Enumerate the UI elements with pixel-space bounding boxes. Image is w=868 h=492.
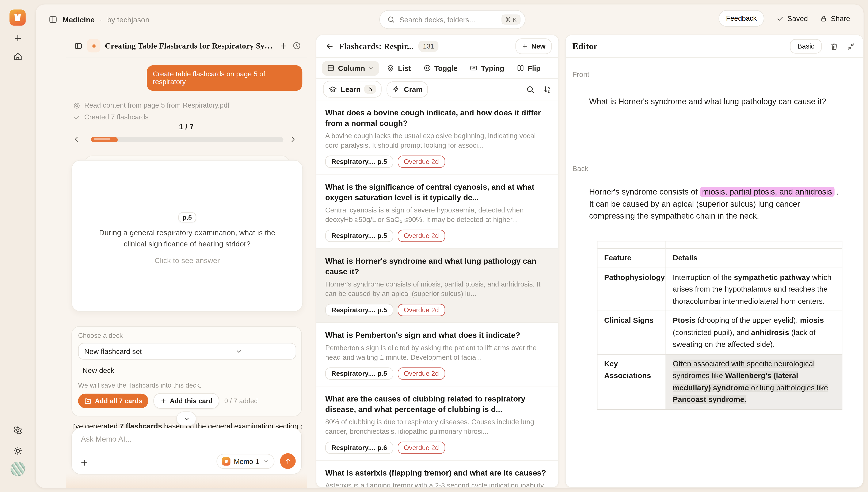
workspace-byline: by techjason — [107, 16, 149, 24]
chat-sidebar-toggle-icon[interactable] — [74, 42, 82, 50]
overdue-badge[interactable]: Overdue 2d — [398, 155, 445, 168]
settings-gear-icon[interactable] — [13, 425, 23, 435]
workspace-title[interactable]: Medicine — [63, 16, 95, 24]
column-view-icon — [327, 64, 335, 72]
flashcard-preview[interactable]: p.5 During a general respiratory examina… — [71, 160, 303, 312]
add-all-cards-button[interactable]: Add all 7 cards — [78, 394, 149, 408]
table-row[interactable]: Pathophysiology Interruption of the symp… — [597, 268, 842, 311]
search-shortcut: ⌘ K — [501, 15, 521, 25]
list-search-icon[interactable] — [526, 85, 534, 94]
tab-column[interactable]: Column — [322, 60, 380, 76]
user-avatar[interactable] — [10, 462, 25, 476]
card-preview: 80% of clubbing is due to respiratory di… — [325, 418, 550, 437]
tab-list[interactable]: List — [382, 60, 416, 76]
topbar: Medicine · by techjason Search decks, fo… — [36, 4, 864, 34]
deck-note: We will save the flashcards into this de… — [78, 382, 201, 389]
app-window: ✦ Medicine · by techjason Search decks, … — [0, 0, 868, 492]
deck-tag[interactable]: Respiratory.... p.6 — [325, 442, 393, 454]
model-selector[interactable]: Memo-1 — [217, 454, 274, 469]
front-label: Front — [572, 70, 589, 79]
svg-text:Z: Z — [548, 90, 550, 93]
trash-icon[interactable] — [830, 42, 839, 51]
home-icon[interactable] — [13, 52, 23, 62]
added-counter: 0 / 7 added — [224, 397, 258, 405]
overdue-badge[interactable]: Overdue 2d — [398, 368, 445, 380]
deck-select[interactable]: New flashcard set — [78, 343, 296, 360]
tab-toggle[interactable]: Toggle — [418, 60, 462, 76]
search-icon — [387, 16, 395, 23]
model-logo-icon — [222, 457, 231, 466]
separator-dot: · — [100, 16, 102, 24]
share-button[interactable]: Share — [820, 14, 850, 23]
flashcard-list: What does a bovine cough indicate, and h… — [316, 100, 558, 488]
answer-table: Feature Details Pathophysiology Interrup… — [597, 241, 842, 410]
tab-label: Flip — [528, 64, 540, 72]
add-all-label: Add all 7 cards — [95, 397, 143, 405]
add-this-card-button[interactable]: Add this card — [154, 393, 219, 409]
overdue-badge[interactable]: Overdue 2d — [398, 442, 445, 454]
table-details-cell: Interruption of the sympathetic pathway … — [666, 268, 842, 311]
carousel-prev-icon[interactable] — [73, 135, 80, 144]
card-type-button[interactable]: Basic — [790, 39, 822, 54]
collapse-panel-icon[interactable] — [847, 42, 855, 51]
flashcard-list-item[interactable]: What does a bovine cough indicate, and h… — [316, 100, 558, 174]
deck-option-new[interactable]: New deck — [82, 366, 114, 375]
attach-plus-icon[interactable] — [80, 458, 89, 467]
table-feature-cell: Clinical Signs — [597, 311, 666, 354]
tab-flip[interactable]: Flip — [511, 60, 546, 76]
new-chat-icon[interactable] — [280, 42, 288, 50]
flashcard-list-item[interactable]: What are the causes of clubbing related … — [316, 386, 558, 460]
carousel-next-icon[interactable] — [289, 135, 297, 144]
carousel-progress[interactable] — [91, 137, 284, 142]
send-button[interactable] — [280, 453, 296, 469]
cram-button[interactable]: Cram — [387, 81, 428, 97]
card-question: What is Pemberton's sign and what does i… — [325, 330, 550, 341]
learn-button[interactable]: Learn 5 — [323, 81, 382, 97]
overdue-badge[interactable]: Overdue 2d — [398, 230, 445, 242]
new-card-button[interactable]: New — [516, 39, 552, 54]
sidebar-toggle-icon[interactable] — [49, 15, 57, 24]
tab-label: Toggle — [434, 64, 457, 72]
new-icon[interactable] — [13, 33, 23, 43]
search-input[interactable]: Search decks, folders... ⌘ K — [379, 10, 525, 29]
feedback-button[interactable]: Feedback — [718, 10, 765, 27]
card-tags: Respiratory.... p.5Overdue 2d — [325, 304, 550, 316]
overdue-badge[interactable]: Overdue 2d — [398, 304, 445, 316]
status-line: Read content from page 5 from Respirator… — [73, 101, 230, 109]
table-header-details: Details — [666, 248, 842, 268]
back-arrow-icon[interactable] — [325, 42, 334, 51]
model-name: Memo-1 — [234, 458, 260, 465]
flashcard-list-item[interactable]: What is Horner's syndrome and what lung … — [316, 249, 558, 323]
front-text[interactable]: What is Horner's syndrome and what lung … — [589, 96, 846, 107]
card-question: What are the causes of clubbing related … — [325, 394, 550, 415]
card-question: What is the significance of central cyan… — [325, 182, 550, 203]
target-icon — [73, 102, 80, 109]
tab-typing[interactable]: Typing — [465, 60, 509, 76]
plus-icon — [160, 397, 167, 404]
flashcard-list-item[interactable]: What is the significance of central cyan… — [316, 174, 558, 248]
sort-az-icon[interactable]: AZ — [543, 85, 552, 94]
arrow-up-icon — [284, 457, 292, 465]
theme-sun-icon[interactable] — [13, 446, 23, 456]
table-row[interactable]: Clinical Signs Ptosis (drooping of the u… — [597, 311, 842, 354]
flashcard-list-item[interactable]: What is asterixis (flapping tremor) and … — [316, 461, 558, 488]
deck-select-value: New flashcard set — [84, 347, 187, 355]
sparkle-icon — [90, 42, 97, 49]
deck-tag[interactable]: Respiratory.... p.5 — [325, 368, 393, 380]
history-clock-icon[interactable] — [292, 41, 301, 50]
table-row[interactable]: Key Associations Often associated with s… — [597, 354, 842, 409]
back-text[interactable]: Horner's syndrome consists of miosis, pa… — [589, 186, 841, 222]
deck-tag[interactable]: Respiratory.... p.5 — [325, 155, 393, 168]
flashcard-list-item[interactable]: What is Pemberton's sign and what does i… — [316, 323, 558, 386]
chat-input[interactable]: Ask Memo AI... Memo-1 — [71, 428, 302, 474]
card-question: What is asterixis (flapping tremor) and … — [325, 468, 550, 478]
deck-tag[interactable]: Respiratory.... p.5 — [325, 230, 393, 242]
table-resize-row — [597, 241, 842, 248]
deck-tag[interactable]: Respiratory.... p.5 — [325, 304, 393, 316]
folder-plus-icon — [84, 397, 91, 404]
check-icon — [73, 114, 80, 121]
app-logo-icon[interactable]: ✦ — [9, 9, 26, 26]
collapse-chevron-button[interactable] — [176, 411, 196, 426]
lock-icon — [820, 15, 827, 22]
chevron-down-icon — [183, 415, 190, 422]
